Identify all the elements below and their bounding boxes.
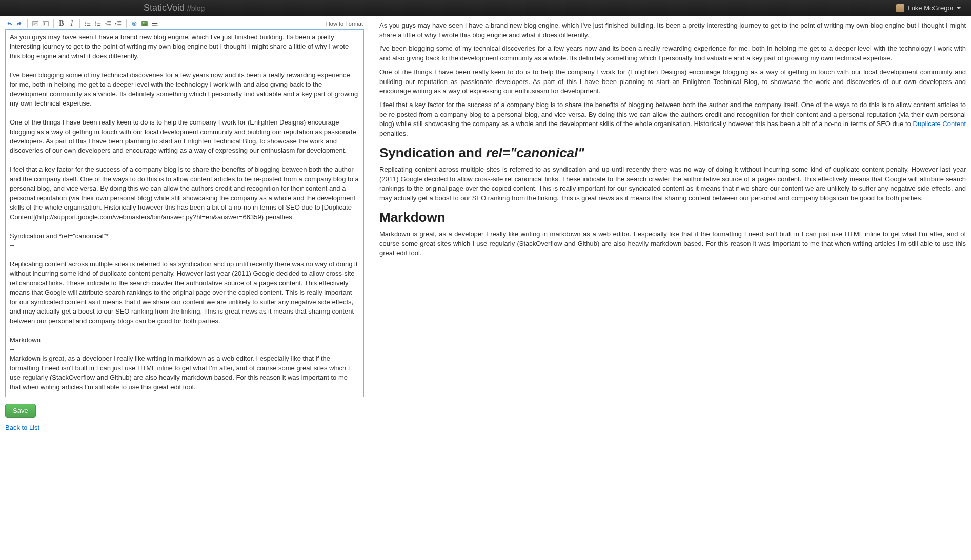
svg-rect-5 <box>44 22 45 25</box>
svg-point-6 <box>85 22 86 23</box>
user-menu[interactable]: Luke McGregor <box>896 4 961 12</box>
blockquote-icon[interactable] <box>42 19 50 28</box>
bullet-list-icon[interactable] <box>84 19 92 28</box>
separator <box>79 19 80 28</box>
editor-toolbar: B I 123 How to <box>5 18 364 29</box>
caret-down-icon <box>957 7 961 9</box>
save-button[interactable]: Save <box>5 404 36 418</box>
hr-icon[interactable] <box>151 19 159 28</box>
preview-paragraph: I feel that a key factor for the success… <box>379 100 966 139</box>
italic-icon[interactable]: I <box>68 19 76 28</box>
user-name: Luke McGregor <box>907 4 954 12</box>
svg-text:3: 3 <box>95 24 96 27</box>
bold-icon[interactable]: B <box>57 19 66 28</box>
navbar: StaticVoid //blog Luke McGregor <box>0 0 971 16</box>
redo-icon[interactable] <box>15 19 24 28</box>
link-icon[interactable] <box>130 19 138 28</box>
svg-point-28 <box>143 22 145 24</box>
back-to-list-link[interactable]: Back to List <box>5 424 364 431</box>
outdent-icon[interactable] <box>104 19 112 28</box>
heading-icon[interactable] <box>31 19 39 28</box>
preview-paragraph: I've been blogging some of my technical … <box>379 44 966 63</box>
numbered-list-icon[interactable]: 123 <box>94 19 102 28</box>
indent-icon[interactable] <box>114 19 123 28</box>
svg-point-7 <box>85 23 86 24</box>
preview-pane: As you guys may have seen I have a brand… <box>379 18 966 431</box>
preview-heading-syndication: Syndication and rel="canonical" <box>379 145 966 161</box>
undo-icon[interactable] <box>5 19 13 28</box>
brand-sub: //blog <box>187 4 205 12</box>
preview-paragraph: Markdown is great, as a developer I real… <box>379 230 966 258</box>
svg-rect-4 <box>43 22 49 26</box>
separator <box>126 19 127 28</box>
how-to-format-link[interactable]: How to Format <box>326 20 363 27</box>
avatar-icon <box>896 4 904 12</box>
separator <box>53 19 54 28</box>
separator <box>27 19 28 28</box>
brand-main: StaticVoid <box>144 3 185 13</box>
duplicate-content-link[interactable]: Duplicate Content <box>913 120 966 128</box>
svg-point-8 <box>85 25 86 26</box>
preview-paragraph: Replicating content across multiple site… <box>379 165 966 203</box>
preview-paragraph: As you guys may have seen I have a brand… <box>379 21 966 40</box>
preview-heading-markdown: Markdown <box>379 210 966 225</box>
preview-paragraph: One of the things I have been really kee… <box>379 68 966 96</box>
markdown-editor[interactable] <box>5 29 364 397</box>
image-icon[interactable] <box>140 19 149 28</box>
brand[interactable]: StaticVoid //blog <box>144 3 205 13</box>
